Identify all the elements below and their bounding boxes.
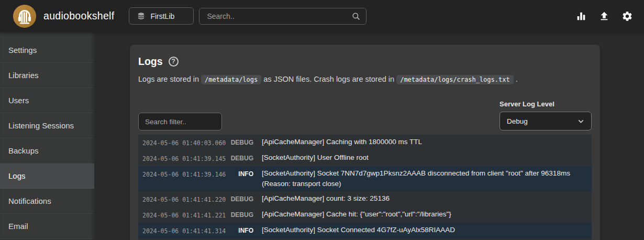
- page-title: Logs: [138, 56, 163, 68]
- log-level: INFO: [227, 225, 253, 236]
- log-message: [ApiCacheManager] Caching with 1800000 m…: [253, 137, 587, 147]
- sidebar-item-label: Email: [8, 222, 28, 231]
- log-timestamp: 2024-05-06 01:41:41.220: [142, 193, 227, 205]
- log-level: DEBUG: [227, 193, 253, 204]
- log-timestamp: 2024-05-06 01:41:41.221: [142, 209, 227, 221]
- log-row[interactable]: 2024-05-06 01:41:39.146 INFO [SocketAuth…: [138, 166, 592, 191]
- library-selector-button[interactable]: FirstLib: [129, 7, 194, 25]
- desc-text: as JSON files. Crash logs are stored in: [263, 75, 394, 83]
- log-level: DEBUG: [227, 137, 253, 148]
- log-table[interactable]: 2024-05-06 01:40:03.060 DEBUG [ApiCacheM…: [138, 135, 592, 240]
- sidebar-item-label: Libraries: [8, 71, 39, 80]
- search-icon[interactable]: [351, 12, 361, 21]
- chevron-down-icon: [576, 116, 586, 126]
- server-log-level-value: Debug: [507, 117, 528, 125]
- log-row[interactable]: 2024-05-06 01:41:41.314 INFO [SocketAuth…: [138, 223, 592, 238]
- sidebar-item-label: Backups: [8, 146, 39, 155]
- server-log-level-select[interactable]: Debug: [499, 112, 592, 130]
- log-timestamp: 2024-05-06 01:40:03.060: [142, 137, 227, 148]
- settings-gear-icon[interactable]: [621, 10, 634, 23]
- sidebar-item-libraries[interactable]: Libraries: [0, 63, 94, 88]
- audiobookshelf-logo-icon[interactable]: [13, 4, 37, 28]
- stats-icon[interactable]: [575, 10, 587, 23]
- log-row[interactable]: 2024-05-06 01:41:39.145 DEBUG [SocketAut…: [138, 150, 592, 166]
- sidebar-item-label: Notifications: [8, 197, 51, 205]
- global-search: [199, 8, 367, 25]
- sidebar-item-settings[interactable]: Settings: [0, 38, 94, 63]
- sidebar-item-users[interactable]: Users: [0, 88, 94, 113]
- log-timestamp: 2024-05-06 01:41:41.314: [142, 225, 227, 236]
- header-icons: [575, 10, 634, 23]
- log-timestamp: 2024-05-06 01:41:39.146: [142, 168, 227, 180]
- sidebar-item-label: Settings: [8, 46, 37, 54]
- database-icon: [137, 12, 146, 20]
- log-message: [ApiCacheManager] count: 3 size: 25136: [253, 193, 587, 204]
- desc-text: Logs are stored in: [138, 75, 199, 83]
- sidebar-item-notifications[interactable]: Notifications: [0, 189, 94, 214]
- sidebar-item-label: Users: [8, 96, 29, 105]
- log-message: [SocketAuthority] User Offline root: [253, 152, 587, 163]
- log-row[interactable]: 2024-05-06 01:40:03.060 DEBUG [ApiCacheM…: [138, 135, 592, 150]
- crash-logs-path-chip: /metadata/logs/crash_logs.txt: [396, 75, 514, 84]
- desc-text: .: [516, 75, 518, 83]
- logs-description: Logs are stored in /metadata/logs as JSO…: [138, 73, 592, 85]
- sidebar-item-listening-sessions[interactable]: Listening Sessions: [0, 113, 94, 138]
- logs-path-chip: /metadata/logs: [201, 75, 261, 84]
- sidebar-item-label: Listening Sessions: [8, 121, 74, 130]
- sidebar-item-backups[interactable]: Backups: [0, 138, 94, 163]
- sidebar-item-logs[interactable]: Logs: [0, 163, 94, 189]
- sidebar-item-email[interactable]: Email: [0, 214, 94, 239]
- log-filter-input[interactable]: [138, 113, 222, 130]
- log-row[interactable]: 2024-05-06 01:41:41.221 DEBUG [ApiCacheM…: [138, 207, 592, 223]
- logs-card: Logs ? Logs are stored in /metadata/logs…: [130, 45, 600, 240]
- server-log-level-label: Server Log Level: [499, 100, 592, 108]
- library-selector-label: FirstLib: [150, 12, 174, 20]
- app-title: audiobookshelf: [43, 10, 114, 22]
- sidebar-item-label: Logs: [8, 171, 26, 180]
- log-row[interactable]: 2024-05-06 01:41:41.220 DEBUG [ApiCacheM…: [138, 191, 592, 207]
- settings-sidebar: Settings Libraries Users Listening Sessi…: [0, 32, 94, 240]
- log-message: [ApiCacheManager] Cache hit: {"user":"ro…: [253, 209, 587, 220]
- log-message: [SocketAuthority] Socket Connected 4G7fZ…: [253, 225, 587, 235]
- global-search-input[interactable]: [206, 12, 351, 21]
- log-level: DEBUG: [227, 152, 253, 163]
- page-content: Logs ? Logs are stored in /metadata/logs…: [94, 32, 644, 240]
- log-message: [SocketAuthority] Socket 7NN7d7gwp1Pksnz…: [253, 168, 587, 189]
- help-icon[interactable]: ?: [169, 57, 179, 67]
- log-level: INFO: [227, 168, 253, 179]
- app-header: audiobookshelf FirstLib: [0, 0, 644, 32]
- upload-icon[interactable]: [598, 10, 610, 23]
- log-level: DEBUG: [227, 209, 253, 220]
- log-timestamp: 2024-05-06 01:41:39.145: [142, 152, 227, 164]
